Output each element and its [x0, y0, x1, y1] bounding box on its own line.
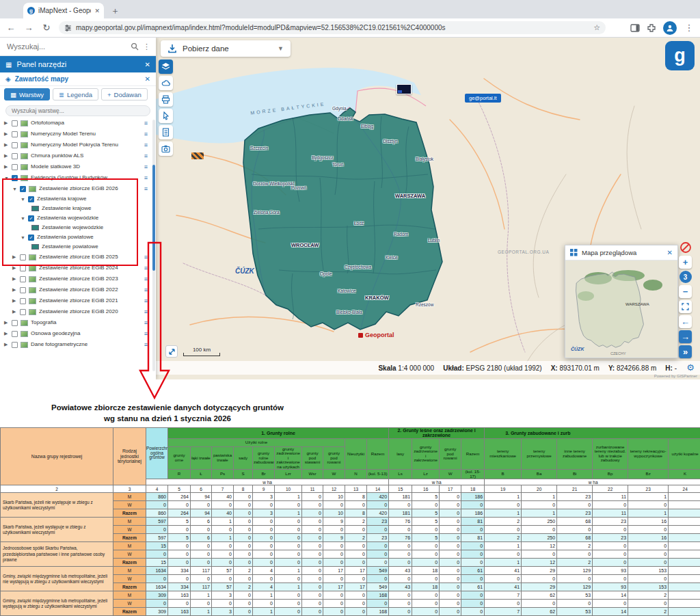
layer-item[interactable]: ▶Dane fotogrametryczne≡: [0, 339, 150, 350]
expand-chevron-icon[interactable]: ▶: [12, 309, 17, 314]
browser-tab[interactable]: g iMapNext - Geoportal ✕: [23, 3, 104, 18]
download-data-button[interactable]: Pobierz dane ▼: [161, 40, 291, 57]
history-back-button[interactable]: ←: [679, 315, 692, 328]
cloud-tool-button[interactable]: [159, 76, 173, 90]
zoom-in-button[interactable]: +: [679, 256, 692, 269]
layer-menu-icon[interactable]: ≡: [144, 131, 148, 137]
history-forward-button[interactable]: →: [679, 330, 692, 343]
row-type-label: M: [113, 542, 146, 550]
layer-item[interactable]: ▶Osnowa geodezyjna≡: [0, 328, 150, 339]
expand-chevron-icon[interactable]: ▶: [4, 131, 9, 137]
data-cell: 3: [253, 493, 275, 501]
global-search-input[interactable]: [5, 42, 126, 51]
search-icon[interactable]: [131, 42, 139, 51]
fullscreen-button[interactable]: [679, 300, 692, 313]
layer-item[interactable]: ▶Modele siatkowe 3D≡: [0, 161, 150, 172]
search-menu-kebab-icon[interactable]: ⋮: [143, 42, 150, 51]
layer-checkbox[interactable]: [12, 153, 18, 159]
expand-chevron-icon[interactable]: ▶: [4, 142, 9, 148]
layer-item[interactable]: ▶Numeryczny Model Terenu≡: [0, 129, 150, 139]
expand-chevron-icon[interactable]: ▶: [4, 120, 9, 126]
side-panel-icon[interactable]: [630, 23, 640, 33]
layer-checkbox[interactable]: [20, 287, 26, 293]
layer-checkbox[interactable]: [12, 131, 18, 137]
poland-boundary[interactable]: [243, 108, 442, 330]
new-tab-button[interactable]: ＋: [111, 5, 120, 17]
land-data-table: Nazwa grupy rejestrowejRodzaj jednostki …: [0, 427, 700, 616]
extensions-icon[interactable]: [647, 23, 656, 33]
layer-checkbox[interactable]: [12, 142, 18, 148]
layer-menu-icon[interactable]: ≡: [144, 163, 148, 170]
layer-checkbox[interactable]: [12, 342, 18, 348]
expand-chevron-icon[interactable]: ▶: [4, 153, 9, 159]
layer-thumbnail-icon: [21, 164, 28, 170]
layer-checkbox[interactable]: [12, 164, 18, 170]
layer-checkbox[interactable]: [12, 320, 18, 326]
layer-checkbox[interactable]: [20, 309, 26, 315]
tab-dodawanie[interactable]: +Dodawan: [101, 88, 148, 101]
layer-item[interactable]: ▶Zestawienie zbiorcze EGiB 2021≡: [0, 295, 150, 306]
layer-item[interactable]: ▶Zestawienie zbiorcze EGiB 2023≡: [0, 273, 150, 284]
col-header: inne tereny zabudowane: [557, 438, 593, 470]
data-cell: 0: [253, 542, 275, 550]
zoom-out-button[interactable]: −: [679, 285, 692, 298]
data-cell: 0: [212, 526, 234, 534]
reset-rotation-icon[interactable]: [679, 241, 692, 254]
expand-chevron-icon[interactable]: ▶: [12, 287, 17, 293]
tab-close-icon[interactable]: ✕: [94, 8, 100, 14]
data-cell: 0: [522, 501, 557, 509]
expand-chevron-icon[interactable]: ▶: [4, 342, 9, 347]
expand-chevron-icon[interactable]: ▶: [12, 298, 17, 304]
expand-chevron-icon[interactable]: ▶: [4, 164, 9, 170]
side-panel-toggle-button[interactable]: »: [679, 345, 692, 358]
map-canvas[interactable]: MORZE BAŁTYCKIE GdyniaGdańskElblągOlszty…: [156, 38, 700, 379]
map-tools-left: [159, 59, 173, 156]
menu-kebab-icon[interactable]: ⋮: [684, 23, 695, 33]
tab-legenda[interactable]: ≣Legenda: [53, 88, 98, 101]
profile-avatar[interactable]: [663, 21, 677, 35]
geoportal-logo[interactable]: g: [665, 41, 695, 70]
overview-map-body[interactable]: WARSZAWA ČÚZK CZECHY: [565, 260, 677, 358]
address-bar[interactable]: mapy.geoportal.gov.pl/imapnext/imap/inde…: [59, 21, 606, 34]
report-tool-button[interactable]: [159, 125, 173, 139]
annotation-box: [2, 178, 138, 266]
layer-menu-icon[interactable]: ≡: [144, 174, 148, 181]
data-cell: 1634: [146, 567, 168, 575]
expand-chevron-icon[interactable]: ▶: [12, 265, 17, 271]
tab-warstwy[interactable]: ▦Warstwy: [4, 88, 50, 101]
back-icon[interactable]: ←: [5, 23, 16, 33]
layer-menu-icon[interactable]: ≡: [144, 120, 148, 126]
layers-tool-button[interactable]: [159, 59, 173, 74]
screenshot-tool-button[interactable]: [159, 142, 173, 156]
layer-checkbox[interactable]: [20, 298, 26, 304]
layer-item[interactable]: ▶Chmura punktów ALS≡: [0, 150, 150, 161]
layer-search-row: [0, 103, 156, 116]
layer-item[interactable]: ▶Numeryczny Model Pokrycia Terenu≡: [0, 139, 150, 150]
col-code: K: [669, 470, 700, 479]
print-tool-button[interactable]: [159, 92, 173, 107]
layer-item[interactable]: ▶Zestawienie zbiorcze EGiB 2020≡: [0, 306, 150, 317]
data-cell: 0: [628, 559, 669, 567]
layer-menu-icon[interactable]: ≡: [144, 185, 148, 192]
layer-item[interactable]: ▶Topografia≡: [0, 317, 150, 328]
settings-gear-icon[interactable]: ⚙: [686, 362, 695, 373]
expand-chevron-icon[interactable]: ▶: [4, 331, 9, 336]
layer-item[interactable]: ▶Zestawienie zbiorcze EGiB 2022≡: [0, 284, 150, 295]
data-cell: 0: [234, 575, 253, 583]
layer-search-input[interactable]: [5, 105, 150, 116]
forward-icon[interactable]: →: [23, 23, 34, 33]
expand-chevron-icon[interactable]: ▶: [12, 276, 17, 282]
tools-panel-close-icon[interactable]: ✕: [145, 61, 150, 68]
layer-menu-icon[interactable]: ≡: [144, 142, 148, 148]
layer-item[interactable]: ▶Ortofotomapa≡: [0, 118, 150, 129]
select-tool-button[interactable]: [159, 109, 173, 123]
overview-close-icon[interactable]: ✕: [667, 249, 673, 256]
expand-chevron-icon[interactable]: ▶: [4, 320, 9, 325]
map-content-close-icon[interactable]: ✕: [145, 75, 150, 83]
layer-checkbox[interactable]: [20, 276, 26, 282]
reload-icon[interactable]: ↻: [41, 23, 52, 33]
layer-menu-icon[interactable]: ≡: [144, 152, 148, 159]
bookmark-star-icon[interactable]: ☆: [593, 23, 600, 32]
layer-checkbox[interactable]: [12, 331, 18, 337]
layer-checkbox[interactable]: [12, 120, 18, 126]
